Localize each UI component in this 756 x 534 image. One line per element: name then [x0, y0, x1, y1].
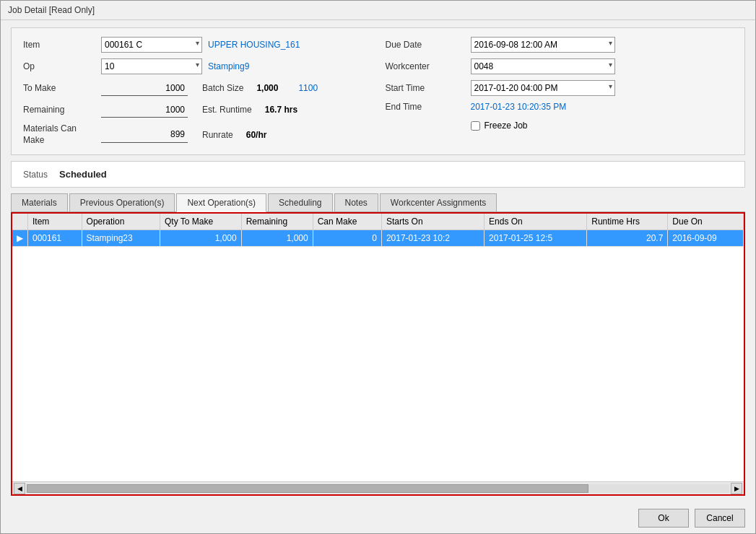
row-runtime-hrs: 20.7 [587, 230, 668, 247]
item-select-wrapper: 000161 C [101, 37, 202, 53]
to-make-row: To Make Batch Size 1,000 1100 [23, 80, 371, 96]
tab-scheduling[interactable]: Scheduling [268, 193, 332, 211]
job-detail-dialog: Job Detail [Read Only] Item 000161 C UPP… [0, 0, 756, 534]
status-label: Status [23, 170, 48, 180]
batch-size-value: 1,000 [256, 83, 278, 93]
tab-notes[interactable]: Notes [334, 193, 378, 211]
row-due-on: 2016-09-09 [668, 230, 744, 247]
col-item: Item [28, 214, 82, 230]
grid-container: Item Operation Qty To Make Remaining Can… [12, 214, 744, 481]
start-time-label: Start Time [386, 83, 465, 93]
row-indicator: ▶ [12, 230, 28, 247]
op-description: Stamping9 [208, 61, 249, 71]
header-row: Item Operation Qty To Make Remaining Can… [12, 214, 744, 230]
grid-header: Item Operation Qty To Make Remaining Can… [12, 214, 744, 230]
item-select[interactable]: 000161 C [101, 37, 202, 53]
end-time-value: 2017-01-23 10:20:35 PM [471, 102, 567, 112]
op-select[interactable]: 10 [101, 58, 202, 74]
tab-previous-operations[interactable]: Previous Operation(s) [69, 193, 175, 211]
horizontal-scrollbar[interactable]: ◀ ▶ [12, 481, 744, 494]
to-make-label: To Make [23, 83, 95, 93]
status-value: Scheduled [59, 169, 107, 180]
row-item: 000161 [28, 230, 82, 247]
col-can-make: Can Make [313, 214, 381, 230]
ok-button[interactable]: Ok [638, 509, 689, 528]
status-section: Status Scheduled [11, 161, 745, 188]
freeze-job-row: Freeze Job [386, 118, 734, 131]
row-can-make: 0 [313, 230, 381, 247]
item-row: Item 000161 C UPPER HOUSING_161 [23, 37, 371, 53]
operations-grid: Item Operation Qty To Make Remaining Can… [12, 214, 744, 247]
col-runtime-hrs: Runtime Hrs [587, 214, 668, 230]
row-starts-on: 2017-01-23 10:2 [381, 230, 484, 247]
materials-row: Materials Can Make Runrate 60/hr [23, 123, 371, 146]
form-section: Item 000161 C UPPER HOUSING_161 Op 10 [11, 27, 745, 155]
row-operation: Stamping23 [82, 230, 160, 247]
table-row[interactable]: ▶ 000161 Stamping23 1,000 1,000 0 2017-0… [12, 230, 744, 247]
dialog-title: Job Detail [Read Only] [1, 1, 755, 20]
tab-workcenter-assignments[interactable]: Workcenter Assignments [380, 193, 498, 211]
workcenter-select[interactable]: 0048 [471, 58, 615, 74]
main-content: Item 000161 C UPPER HOUSING_161 Op 10 [1, 20, 755, 503]
grid-body: ▶ 000161 Stamping23 1,000 1,000 0 2017-0… [12, 230, 744, 247]
start-time-select-wrapper: 2017-01-20 04:00 PM [471, 80, 615, 96]
scroll-left-arrow[interactable]: ◀ [14, 483, 25, 494]
est-runtime-label: Est. Runtime [202, 105, 252, 115]
item-description: UPPER HOUSING_161 [208, 40, 300, 50]
op-label: Op [23, 61, 95, 71]
end-time-row: End Time 2017-01-23 10:20:35 PM [386, 102, 734, 112]
due-date-select[interactable]: 2016-09-08 12:00 AM [471, 37, 615, 53]
remaining-row: Remaining Est. Runtime 16.7 hrs [23, 102, 371, 118]
row-qty-to-make: 1,000 [160, 230, 241, 247]
end-time-label: End Time [386, 102, 465, 112]
tab-materials[interactable]: Materials [11, 193, 68, 211]
row-remaining: 1,000 [241, 230, 313, 247]
col-indicator [12, 214, 28, 230]
col-operation: Operation [82, 214, 160, 230]
col-ends-on: Ends On [485, 214, 587, 230]
row-ends-on: 2017-01-25 12:5 [485, 230, 587, 247]
est-runtime-value: 16.7 hrs [265, 105, 297, 115]
workcenter-select-wrapper: 0048 [471, 58, 615, 74]
workcenter-row: Workcenter 0048 [386, 58, 734, 74]
col-qty-to-make: Qty To Make [160, 214, 241, 230]
tab-bar: Materials Previous Operation(s) Next Ope… [11, 193, 745, 212]
scroll-thumb[interactable] [27, 484, 588, 493]
remaining-input[interactable] [101, 102, 188, 118]
scroll-right-arrow[interactable]: ▶ [731, 483, 742, 494]
scroll-track[interactable] [27, 484, 729, 493]
runrate-label: Runrate [202, 130, 233, 140]
workcenter-label: Workcenter [386, 61, 465, 71]
materials-input[interactable] [101, 127, 188, 143]
right-column: Due Date 2016-09-08 12:00 AM Workcenter … [386, 37, 734, 146]
due-date-select-wrapper: 2016-09-08 12:00 AM [471, 37, 615, 53]
col-remaining: Remaining [241, 214, 313, 230]
materials-label: Materials Can Make [23, 123, 95, 146]
remaining-label: Remaining [23, 105, 95, 115]
runrate-value: 60/hr [246, 130, 267, 140]
op-select-wrapper: 10 [101, 58, 202, 74]
due-date-label: Due Date [386, 40, 465, 50]
batch-size-label: Batch Size [202, 83, 243, 93]
due-date-row: Due Date 2016-09-08 12:00 AM [386, 37, 734, 53]
item-label: Item [23, 40, 95, 50]
batch-extra-value: 1100 [298, 83, 318, 93]
start-time-select[interactable]: 2017-01-20 04:00 PM [471, 80, 615, 96]
left-column: Item 000161 C UPPER HOUSING_161 Op 10 [23, 37, 371, 146]
to-make-input[interactable] [101, 80, 188, 96]
freeze-job-checkbox-row: Freeze Job [471, 121, 528, 131]
cancel-button[interactable]: Cancel [695, 509, 745, 528]
tab-content-next-operations: Item Operation Qty To Make Remaining Can… [11, 212, 745, 496]
tabs-section: Materials Previous Operation(s) Next Ope… [11, 193, 745, 496]
tab-next-operations[interactable]: Next Operation(s) [176, 193, 266, 212]
op-row: Op 10 Stamping9 [23, 58, 371, 74]
col-starts-on: Starts On [381, 214, 484, 230]
dialog-footer: Ok Cancel [1, 503, 755, 533]
start-time-row: Start Time 2017-01-20 04:00 PM [386, 80, 734, 96]
freeze-job-checkbox[interactable] [471, 121, 480, 131]
col-due-on: Due On [668, 214, 744, 230]
freeze-job-label: Freeze Job [485, 121, 528, 131]
